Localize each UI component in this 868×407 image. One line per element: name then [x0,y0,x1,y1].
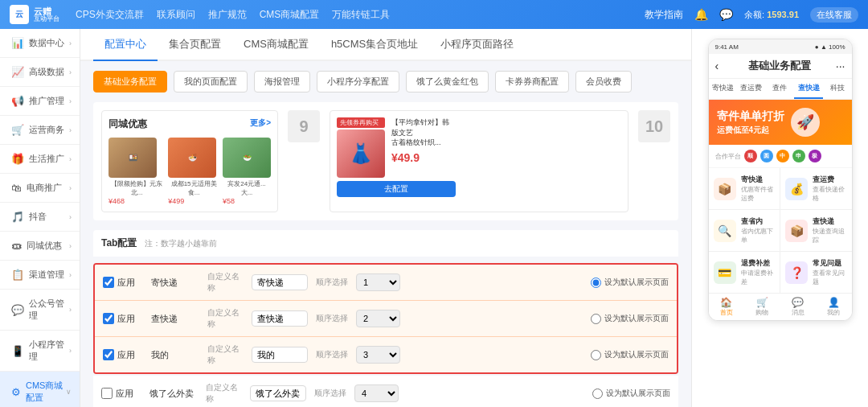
phone-header: ‹ 基础业务配置 ··· [709,54,852,79]
sidebar-item-life[interactable]: 🎁 生活推广 › [0,145,80,174]
banner-line1: 寄件单单打折 [717,109,784,125]
phone-tab-chakuaidi[interactable]: 查快递 [794,79,823,99]
grid-item-3[interactable]: 📦 查快递 快递查询追踪 [780,210,852,251]
top-nav-right: 教学指南 🔔 💬 余额: 1593.91 在线客服 [645,7,858,23]
sub-tab-member[interactable]: 会员收费 [575,71,632,92]
phone-bottom-profile[interactable]: 👤 我的 [816,294,852,320]
tab-row-2: 应用 查快递 自定义名称 顺序选择 12345 设为默认展示页面 [95,301,677,337]
sidebar-label-public: 公众号管理 [29,298,69,322]
phone-tab-jikuaidi[interactable]: 寄快递 [709,79,738,99]
apply-checkbox-4[interactable] [101,388,113,399]
phone-bottom-msg[interactable]: 💬 消息 [780,294,817,320]
sidebar-item-advanced[interactable]: 📈 高级数据 › [0,58,80,87]
tab-row-1: 应用 寄快递 自定义名称 顺序选择 12345 设为默认展示页面 [95,265,677,301]
tab-cms-config[interactable]: CMS商城配置 [232,29,320,61]
sidebar-item-channel[interactable]: 📋 渠道管理 › [0,261,80,290]
sidebar-item-ecommerce[interactable]: 🛍 电商推广 › [0,174,80,203]
nav-link-4[interactable]: CMS商城配置 [260,8,320,22]
sidebar: 📊 数据中心 › 📈 高级数据 › 📢 推广管理 › 🛒 运营商务 › [0,29,80,407]
order-label-1: 顺序选择 [316,277,348,288]
content-area: 配置中心 集合页配置 CMS商城配置 h5CMS集合页地址 小程序页面路径 基础… [80,29,691,407]
sidebar-item-operations[interactable]: 🛒 运营商务 › [0,116,80,145]
custom-input-1[interactable] [252,274,308,290]
grid-item-2[interactable]: 🔍 查省内 省内优惠下单 [709,210,780,251]
message-icon[interactable]: 💬 [719,8,733,21]
phone-back-icon[interactable]: ‹ [715,60,719,72]
order-select-2[interactable]: 12345 [356,310,400,327]
grid-icon-2: 🔍 [714,220,736,242]
apply-checkbox-3[interactable] [103,349,114,360]
douyin-icon: 🎵 [11,211,24,223]
sub-tab-my-page[interactable]: 我的页面配置 [174,71,248,92]
go-config-button[interactable]: 去配置 [337,181,456,197]
bell-icon[interactable]: 🔔 [694,8,708,21]
sub-tab-basic[interactable]: 基础业务配置 [93,71,167,92]
nav-link-5[interactable]: 万能转链工具 [332,8,390,22]
custom-input-2[interactable] [252,310,308,327]
phone-bottom-nav: 🏠 首页 🛒 购物 💬 消息 👤 我的 [709,293,852,320]
sidebar-label-life: 生活推广 [29,153,64,165]
phone-time: 9:41 AM [715,43,739,51]
phone-tab-keji[interactable]: 科技 [823,79,852,99]
sub-tab-red-packet[interactable]: 饿了么黄金红包 [406,71,489,92]
grid-item-0[interactable]: 📦 寄快递 优惠寄件省运费 [709,168,780,209]
order-select-4[interactable]: 456 [354,384,399,402]
avatar-box[interactable]: 在线客服 [810,7,858,23]
checkbox-wrap-1: 应用 [103,277,143,289]
sidebar-item-public[interactable]: 💬 公众号管理 › [0,290,80,331]
sub-tab-poster[interactable]: 海报管理 [254,71,310,92]
checkbox-wrap-2: 应用 [103,313,143,325]
default-radio-4[interactable] [592,388,603,399]
chevron-icon-10: › [69,306,72,314]
sidebar-item-douyin[interactable]: 🎵 抖音 › [0,203,80,232]
order-select-3[interactable]: 12345 [356,346,400,364]
nav-link-3[interactable]: 推广规范 [208,8,247,22]
tab-config-title: Tab配置 [101,237,137,249]
phone-more-icon[interactable]: ··· [836,60,845,72]
msg-icon: 💬 [782,297,815,308]
sale-tag: 先领券再购买 [337,117,385,128]
product-details: 先领券再购买 👗 【平均拿针对】韩版文艺古着格纹针织... ¥49.9 去配置 [337,117,456,197]
default-radio-1[interactable] [591,278,601,288]
tab-config-center[interactable]: 配置中心 [93,29,158,61]
phone-tab-chajian[interactable]: 查件 [766,79,795,99]
tab-miniapp-path[interactable]: 小程序页面路径 [429,29,525,61]
apply-label-2: 应用 [117,313,135,325]
top-navigation: 云 云赠 互动平台 CPS外卖交流群 联系顾问 推广规范 CMS商城配置 万能转… [0,0,868,29]
top-nav-links: CPS外卖交流群 联系顾问 推广规范 CMS商城配置 万能转链工具 [76,8,645,22]
chevron-icon-7: › [69,213,72,221]
sidebar-item-data-center[interactable]: 📊 数据中心 › [0,29,80,58]
more-link[interactable]: 更多> [250,117,271,131]
product-name: 【平均拿针对】韩版文艺古着格纹针织... [391,117,456,148]
phone-tab-chayunfei[interactable]: 查运费 [737,79,766,99]
grid-item-1[interactable]: 💰 查运费 查看快递价格 [780,168,852,209]
apply-label-4: 应用 [116,388,133,400]
phone-bottom-home[interactable]: 🏠 首页 [709,294,745,320]
default-radio-3[interactable] [591,350,601,360]
logo-sub: 互动平台 [34,16,59,23]
sidebar-item-cms[interactable]: ⚙ CMS商城配置 ∨ [0,372,80,407]
custom-input-3[interactable] [252,347,308,363]
sidebar-item-promotion[interactable]: 📢 推广管理 › [0,87,80,116]
partner-logo-3: 中 [776,150,789,162]
grid-item-5[interactable]: ❓ 常见问题 查看常见问题 [780,252,852,293]
phone-bottom-shop[interactable]: 🛒 购物 [744,294,780,320]
app-logo: 云 云赠 互动平台 [10,5,59,24]
tab-aggregate[interactable]: 集合页配置 [158,29,232,61]
custom-input-4[interactable] [250,385,306,401]
nav-link-2[interactable]: 联系顾问 [157,8,195,22]
order-select-1[interactable]: 12345 [356,273,400,291]
apply-checkbox-1[interactable] [103,277,114,288]
sidebar-item-tongcheng[interactable]: 🎟 同城优惠 › [0,232,80,261]
sub-tab-card[interactable]: 卡券券商配置 [495,71,569,92]
nav-link-1[interactable]: CPS外卖交流群 [76,8,144,22]
banner-line2: 运费低至4元起 [717,125,784,136]
sub-tab-share[interactable]: 小程序分享配置 [317,71,399,92]
default-radio-2[interactable] [591,314,601,324]
apply-checkbox-2[interactable] [103,313,114,324]
chevron-icon-2: › [69,68,72,76]
grid-item-4[interactable]: 💳 退费补差 申请退费补差 [709,252,780,293]
sidebar-item-miniapp[interactable]: 📱 小程序管理 › [0,331,80,372]
guide-link[interactable]: 教学指南 [645,8,683,22]
tab-h5cms[interactable]: h5CMS集合页地址 [320,29,429,61]
